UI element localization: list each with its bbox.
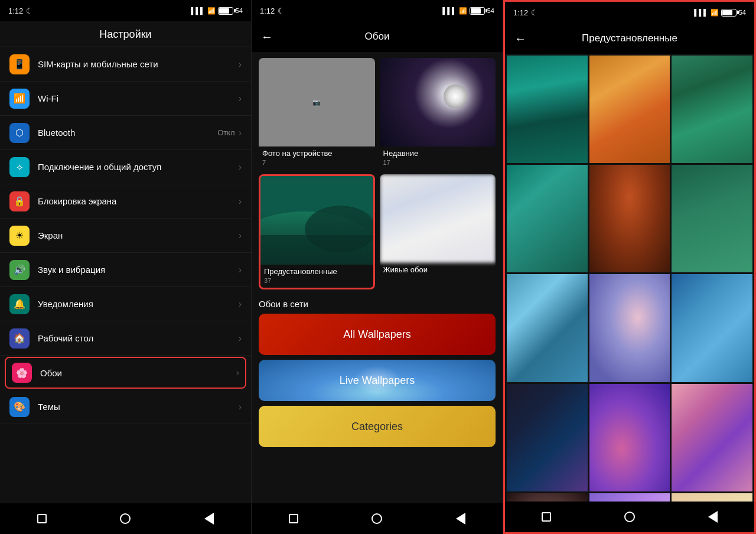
nav-back-icon-3 xyxy=(708,511,718,523)
moon-icon-1: ☾ xyxy=(26,6,33,15)
preset-thumb-10[interactable] xyxy=(507,384,588,491)
time-3: 1:12 ☾ xyxy=(513,8,538,17)
status-icons-1: ▌▌▌ 📶 54 xyxy=(191,7,243,15)
status-bar-2: 1:12 ☾ ▌▌▌ 📶 54 xyxy=(252,0,503,21)
nav-home-3[interactable] xyxy=(618,505,641,529)
nav-back-1[interactable] xyxy=(197,507,221,530)
online-all-card[interactable]: All Wallpapers xyxy=(259,314,496,355)
wp-preset-card[interactable]: Предустановленные 37 xyxy=(259,174,375,289)
nav-back-2[interactable] xyxy=(449,507,472,530)
preset-thumb-12[interactable] xyxy=(672,384,752,491)
wp-device-label: Фото на устройстве xyxy=(259,146,375,159)
battery-3 xyxy=(721,9,737,17)
svg-point-1 xyxy=(260,211,373,265)
time-text-3: 1:12 xyxy=(513,8,528,17)
nav-square-icon-3 xyxy=(542,512,551,522)
battery-pct-1: 54 xyxy=(236,7,243,14)
settings-item-themes[interactable]: 🎨 Темы › xyxy=(0,390,251,424)
wp-recent-thumb xyxy=(380,58,496,146)
wallpaper-content: 📷 Фото на устройстве 7 Недавние 17 xyxy=(252,52,503,503)
preset-thumb-13[interactable] xyxy=(507,493,588,502)
wifi-icon-3: 📶 xyxy=(711,9,719,17)
settings-title: Настройки xyxy=(0,21,251,47)
preset-thumb-14[interactable] xyxy=(589,493,670,502)
preset-thumb-3[interactable] xyxy=(672,56,752,163)
nav-back-3[interactable] xyxy=(701,505,725,529)
online-live-card[interactable]: Live Wallpapers xyxy=(259,360,496,401)
settings-item-notif[interactable]: 🔔 Уведомления › xyxy=(0,287,251,321)
wp-device-thumb: 📷 xyxy=(259,58,375,146)
themes-icon: 🎨 xyxy=(9,397,30,417)
nav-recent-1[interactable] xyxy=(30,507,54,530)
themes-label: Темы xyxy=(38,402,239,412)
wallpaper-icon: 🌸 xyxy=(12,363,32,383)
connect-label: Подключение и общий доступ xyxy=(38,162,239,172)
connect-chevron: › xyxy=(239,162,242,172)
wp-live-card[interactable]: Живые обои xyxy=(380,174,496,289)
preset-thumb-6[interactable] xyxy=(672,165,752,272)
settings-list: 📱 SIM-карты и мобильные сети › 📶 Wi-Fi ›… xyxy=(0,47,251,503)
battery-pct-2: 54 xyxy=(487,7,494,14)
wp-device-card[interactable]: 📷 Фото на устройстве 7 xyxy=(259,58,375,170)
status-icons-3: ▌▌▌ 📶 54 xyxy=(694,9,746,17)
preset-thumb-2[interactable] xyxy=(589,56,670,163)
notif-icon: 🔔 xyxy=(9,294,30,314)
nav-recent-3[interactable] xyxy=(535,505,558,529)
preset-thumb-11[interactable] xyxy=(589,384,670,491)
notif-label: Уведомления xyxy=(38,299,239,309)
nav-square-icon-2 xyxy=(289,514,298,523)
online-all-label: All Wallpapers xyxy=(343,328,410,341)
bluetooth-badge: Откл xyxy=(217,128,235,137)
bottom-nav-3 xyxy=(505,502,754,532)
settings-item-bluetooth[interactable]: ⬡ Bluetooth Откл › xyxy=(0,116,251,150)
wp-live-count xyxy=(380,275,496,279)
wallpapers-back-btn[interactable]: ← xyxy=(261,30,273,44)
preset-thumb-9[interactable] xyxy=(672,274,752,382)
preset-thumb-8[interactable] xyxy=(589,274,670,382)
settings-item-lock[interactable]: 🔒 Блокировка экрана › xyxy=(0,184,251,219)
preset-thumb-1[interactable] xyxy=(507,56,588,163)
nav-home-1[interactable] xyxy=(113,507,137,530)
wallpaper-label: Обои xyxy=(40,368,236,378)
bottom-nav-2 xyxy=(252,503,503,534)
settings-item-desktop[interactable]: 🏠 Рабочий стол › xyxy=(0,321,251,356)
nav-back-icon-1 xyxy=(204,513,214,525)
preset-thumb-4[interactable] xyxy=(507,165,588,272)
settings-item-sound[interactable]: 🔊 Звук и вибрация › xyxy=(0,253,251,287)
settings-item-wallpaper[interactable]: 🌸 Обои › xyxy=(5,357,246,389)
signal-icon-3: ▌▌▌ xyxy=(694,9,708,16)
battery-2 xyxy=(470,7,485,15)
wifi-icon-1: 📶 xyxy=(207,7,216,15)
battery-1 xyxy=(218,7,233,15)
wallpapers-header: ← Обои xyxy=(252,21,503,52)
themes-chevron: › xyxy=(239,402,242,412)
online-section-title: Обои в сети xyxy=(259,299,496,309)
nav-recent-2[interactable] xyxy=(282,507,305,530)
wp-preset-count: 37 xyxy=(260,277,373,288)
wifi-chevron: › xyxy=(239,93,242,104)
time-1: 1:12 ☾ xyxy=(8,6,33,15)
preset-thumb-15[interactable] xyxy=(672,493,752,502)
display-chevron: › xyxy=(239,230,242,241)
sim-icon: 📱 xyxy=(9,54,30,74)
svg-rect-0 xyxy=(260,176,373,265)
online-cat-label: Categories xyxy=(351,421,403,433)
wp-live-thumb xyxy=(380,174,496,263)
settings-item-wifi[interactable]: 📶 Wi-Fi › xyxy=(0,82,251,116)
wifi-icon: 📶 xyxy=(9,89,30,109)
nav-circle-icon-2 xyxy=(372,513,382,524)
presets-back-btn[interactable]: ← xyxy=(514,32,526,45)
nav-home-2[interactable] xyxy=(365,507,389,530)
preset-thumb-7[interactable] xyxy=(507,274,588,382)
battery-fill-3 xyxy=(722,10,733,15)
nav-circle-icon-3 xyxy=(624,512,635,522)
preset-thumb-5[interactable] xyxy=(589,165,670,272)
wp-recent-card[interactable]: Недавние 17 xyxy=(380,58,496,170)
nav-circle-icon-1 xyxy=(120,513,131,524)
online-live-label: Live Wallpapers xyxy=(340,375,415,387)
moon-icon-2: ☾ xyxy=(278,6,285,15)
settings-item-sim[interactable]: 📱 SIM-карты и мобильные сети › xyxy=(0,47,251,82)
settings-item-display[interactable]: ☀ Экран › xyxy=(0,219,251,253)
online-cat-card[interactable]: Categories xyxy=(259,406,496,447)
settings-item-connect[interactable]: ⟡ Подключение и общий доступ › xyxy=(0,150,251,184)
